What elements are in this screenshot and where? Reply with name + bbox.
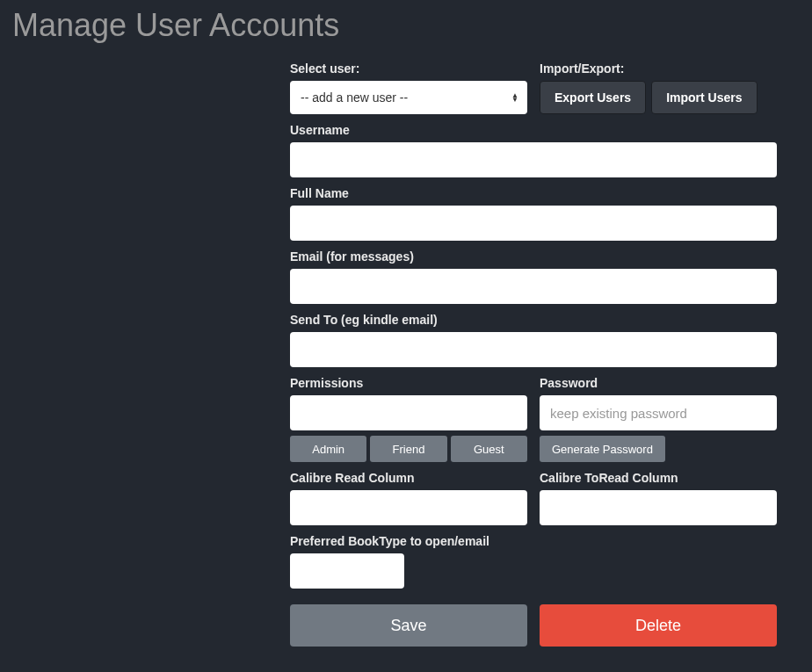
sendto-input[interactable]: [290, 332, 777, 367]
page-title: Manage User Accounts: [0, 0, 812, 61]
password-label: Password: [540, 376, 777, 390]
calibre-read-input[interactable]: [290, 490, 527, 525]
email-label: Email (for messages): [290, 249, 777, 264]
import-export-label: Import/Export:: [540, 61, 777, 76]
sendto-label: Send To (eg kindle email): [290, 313, 777, 327]
booktype-label: Preferred BookType to open/email: [290, 534, 777, 548]
perm-guest-button[interactable]: Guest: [451, 436, 527, 462]
permissions-input[interactable]: [290, 395, 527, 430]
delete-button[interactable]: Delete: [540, 604, 777, 647]
permissions-label: Permissions: [290, 376, 527, 390]
calibre-read-label: Calibre Read Column: [290, 471, 527, 485]
calibre-toread-input[interactable]: [540, 490, 777, 525]
booktype-input[interactable]: [290, 553, 404, 589]
fullname-input[interactable]: [290, 206, 777, 241]
perm-admin-button[interactable]: Admin: [290, 436, 366, 462]
save-button[interactable]: Save: [290, 604, 527, 647]
dropdown-arrows-icon: ▲▼: [511, 93, 518, 102]
email-input[interactable]: [290, 269, 777, 304]
perm-friend-button[interactable]: Friend: [370, 436, 446, 462]
select-user-dropdown[interactable]: -- add a new user -- ▲▼: [290, 81, 527, 114]
import-users-button[interactable]: Import Users: [651, 81, 757, 114]
fullname-label: Full Name: [290, 186, 777, 200]
generate-password-button[interactable]: Generate Password: [540, 436, 665, 462]
select-user-label: Select user:: [290, 61, 527, 76]
select-user-value: -- add a new user --: [301, 90, 408, 105]
username-label: Username: [290, 123, 777, 137]
calibre-toread-label: Calibre ToRead Column: [540, 471, 777, 485]
password-input[interactable]: [540, 395, 777, 430]
export-users-button[interactable]: Export Users: [540, 81, 646, 114]
username-input[interactable]: [290, 142, 777, 177]
